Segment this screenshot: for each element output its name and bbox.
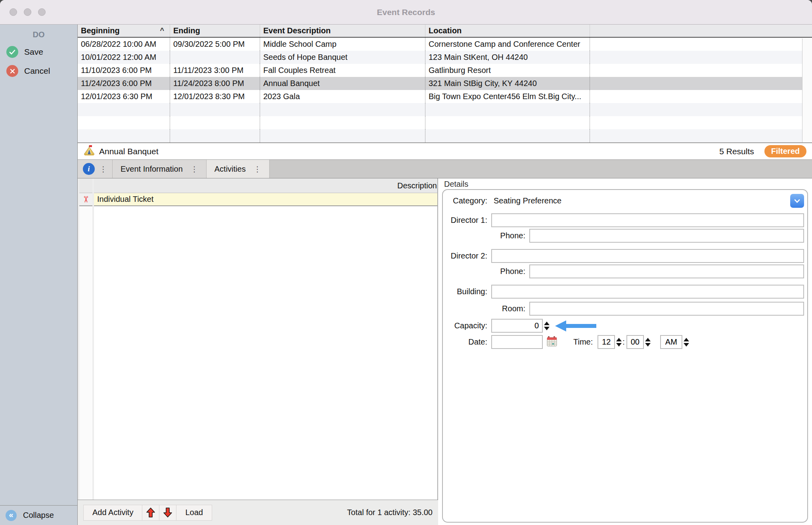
tab-event-information[interactable]: Event Information ⋮ [113,160,207,178]
table-scrollbar[interactable] [802,38,812,142]
sidebar: DO Save Cancel « Collapse [0,25,78,525]
table-row-empty [78,103,812,116]
collapse-chevrons-icon: « [6,510,17,521]
description-column-header[interactable]: Description [94,178,437,193]
phone1-label: Phone: [443,231,529,240]
room-input[interactable] [529,302,804,316]
time-minute-input[interactable] [626,335,644,349]
tab-bar: i ⋮ Event Information ⋮ Activities ⋮ [78,160,812,178]
tab-menu-dots-icon[interactable]: ⋮ [191,165,198,174]
column-header-blank [590,25,812,37]
director2-row: Director 2: [443,249,804,263]
table-row[interactable]: 10/01/2022 12:00 AM Seeds of Hope Banque… [78,51,812,64]
category-label: Category: [443,196,491,205]
activities-gutter-header [79,178,92,193]
tab-menu-dots-icon[interactable]: ⋮ [254,165,261,174]
building-input[interactable] [491,285,804,299]
time-label: Time: [573,337,593,347]
column-header-location[interactable]: Location [425,25,590,37]
capacity-row: Capacity: [443,319,804,333]
column-header-event-description[interactable]: Event Description [260,25,425,37]
phone1-row: Phone: [443,229,804,243]
info-icon: i [83,163,95,175]
title-bar: Event Records [0,0,812,25]
phone2-row: Phone: [443,264,804,278]
window-controls [10,0,46,24]
table-row[interactable]: 11/10/2023 6:00 PM 11/11/2023 3:00 PM Fa… [78,64,812,77]
activities-total: Total for 1 activity: 35.00 [347,508,433,517]
table-row[interactable]: 12/01/2023 6:30 PM 12/01/2023 8:30 PM 20… [78,90,812,103]
table-row-selected[interactable]: 11/24/2023 6:00 PM 11/24/2023 8:00 PM An… [78,77,812,90]
details-fieldset: Category: Seating Preference Director 1: [442,189,808,523]
capacity-label: Capacity: [443,321,491,330]
tab-activities[interactable]: Activities ⋮ [207,160,270,178]
cancel-button[interactable]: Cancel [0,61,77,80]
save-check-icon [6,46,18,58]
activities-panel: Description ✂ Individual Ticket [78,178,438,525]
filtered-badge[interactable]: Filtered [764,145,806,157]
load-button[interactable]: Load [176,505,212,521]
activities-table: Description ✂ Individual Ticket [79,178,438,500]
event-records-table: Beginning ^ Ending Event Description Loc… [78,25,812,143]
activities-footer: Add Activity Load Total for 1 activity: … [78,500,438,525]
save-button[interactable]: Save [0,42,77,61]
time-minute-stepper[interactable] [645,338,651,347]
sort-ascending-icon: ^ [160,27,164,35]
column-header-beginning[interactable]: Beginning ^ [78,25,170,37]
table-header-row: Beginning ^ Ending Event Description Loc… [78,25,812,38]
phone2-label: Phone: [443,267,529,276]
director2-input[interactable] [491,249,804,263]
collapse-button[interactable]: « Collapse [0,505,77,525]
scissors-icon: ✂ [81,195,91,203]
chevron-down-icon [794,199,800,203]
director1-input[interactable] [491,213,804,227]
cancel-label: Cancel [24,66,50,76]
table-row-empty [78,129,812,142]
building-row: Building: [443,285,804,299]
room-label: Room: [443,304,529,313]
phone1-input[interactable] [529,229,804,243]
annotation-arrow-icon [555,320,596,331]
add-activity-button[interactable]: Add Activity [83,505,142,521]
delete-activity-button[interactable]: ✂ [79,193,92,206]
selected-record-title: Annual Banquet [99,147,158,156]
time-separator: : [622,337,625,347]
time-meridiem-stepper[interactable] [684,338,689,347]
tab-menu-dots-icon[interactable]: ⋮ [100,165,107,174]
zoom-window-icon[interactable] [38,8,46,16]
table-row[interactable]: 06/28/2022 10:00 AM 09/30/2022 5:00 PM M… [78,38,812,51]
activity-description-cell[interactable]: Individual Ticket [94,193,437,206]
column-header-ending[interactable]: Ending [170,25,260,37]
table-row-empty [78,116,812,129]
time-hour-input[interactable] [598,335,615,349]
minimize-window-icon[interactable] [24,8,31,16]
activities-gutter [79,206,92,500]
category-value: Seating Preference [494,196,561,205]
info-tab-button[interactable]: i ⋮ [78,160,113,178]
calendar-icon[interactable] [546,336,557,349]
details-panel: Details Category: Seating Preference Dir… [438,178,812,525]
phone2-input[interactable] [529,264,804,278]
activities-header-row: Description [79,178,437,193]
time-meridiem-input[interactable] [660,335,682,349]
activities-empty-area [94,206,437,500]
move-down-button[interactable] [159,505,176,521]
circus-tent-icon [83,145,95,158]
capacity-input[interactable] [491,319,543,333]
sidebar-header: DO [0,30,77,39]
move-up-button[interactable] [142,505,159,521]
activity-row[interactable]: ✂ Individual Ticket [79,193,437,206]
director1-row: Director 1: [443,213,804,227]
capacity-stepper[interactable] [544,322,550,330]
building-label: Building: [443,287,491,296]
director2-label: Director 2: [443,251,491,261]
collapse-label: Collapse [23,511,54,520]
close-window-icon[interactable] [10,8,17,16]
details-panel-title: Details [444,180,468,189]
red-down-arrow-icon [163,507,172,518]
results-count: 5 Results [719,147,754,156]
red-up-arrow-icon [146,507,155,518]
time-hour-stepper[interactable] [616,338,622,347]
date-input[interactable] [491,335,543,349]
category-dropdown-button[interactable] [790,194,804,208]
